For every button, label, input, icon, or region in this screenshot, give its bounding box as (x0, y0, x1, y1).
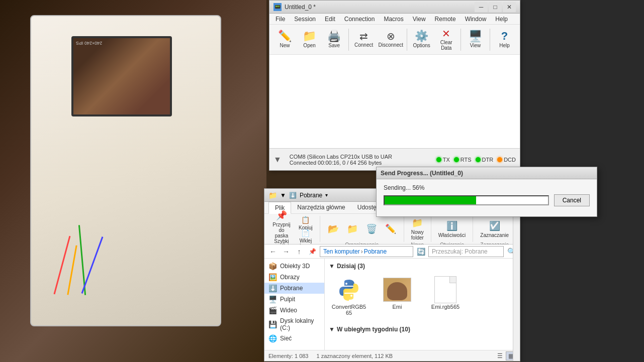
dcd-label: DCD (504, 157, 516, 163)
disconnect-button[interactable]: ⊗ Disconnect (378, 27, 404, 53)
nowe-items: 📁 Nowyfolder (408, 217, 427, 241)
back-button[interactable]: ← (267, 246, 279, 257)
copy-to-icon: 📁 (347, 223, 358, 234)
terminal-titlebar: 📟 Untitled_0 * ─ □ ✕ (269, 1, 520, 14)
menu-view[interactable]: View (409, 15, 430, 24)
svg-point-1 (350, 295, 352, 297)
window-controls: ─ □ ✕ (475, 2, 516, 12)
port-status: COM8 (Silicon Labs CP210x USB to UAR (290, 154, 428, 160)
terminal-content[interactable] (269, 55, 520, 148)
help-button[interactable]: ? Help (493, 27, 516, 53)
tab-narzedzia[interactable]: Narzędzia główne (291, 202, 351, 213)
menu-session[interactable]: Session (290, 15, 320, 24)
file-convertrgb565[interactable]: ConvertRGB565 (329, 274, 369, 318)
tx-indicator: TX (436, 157, 450, 163)
pin-location-icon: 📌 (307, 246, 318, 257)
selected-info: 1 zaznaczony element, 112 KB (317, 353, 393, 359)
nav-item-wideo[interactable]: 🎬 Wideo (264, 305, 324, 316)
nav-label-siec: Sieć (280, 335, 292, 342)
options-button[interactable]: ⚙️ Options (410, 27, 433, 53)
menu-macros[interactable]: Macros (380, 15, 407, 24)
minimize-button[interactable]: ─ (475, 2, 488, 12)
delete-button[interactable]: 🗑️ (362, 217, 381, 241)
connect-button[interactable]: ⇄ Connect (352, 27, 376, 53)
breadcrumb-folder[interactable]: Pobrane (364, 248, 387, 255)
forward-button[interactable]: → (281, 246, 292, 257)
section-last-week[interactable]: ▼ W ubiegłym tygodniu (10) (329, 326, 516, 333)
menu-help[interactable]: Help (491, 15, 512, 24)
explorer-folder-icon2: ⬇️ (289, 192, 297, 199)
files-grid-dzisiaj: ConvertRGB565 Emi (329, 274, 516, 318)
select-all-button[interactable]: ☑️ Zaznaczanie (477, 217, 512, 241)
new-button[interactable]: ✏️ New (273, 27, 296, 53)
rename-button[interactable]: ✏️ (382, 217, 400, 241)
wideo-icon: 🎬 (268, 306, 277, 314)
copy-to-button[interactable]: 📁 (343, 217, 361, 241)
maximize-button[interactable]: □ (489, 2, 502, 12)
scrollbar[interactable] (513, 259, 520, 350)
paste-button[interactable]: 📄 Wklej (296, 230, 316, 242)
toolbar-separator-3 (461, 29, 461, 51)
toolbar-separator-4 (490, 29, 490, 51)
siec-icon: 🌐 (268, 334, 277, 342)
rts-led (454, 157, 459, 162)
refresh-button[interactable]: 🔄 (415, 246, 426, 257)
pin-button[interactable]: 📌 Przypnij do paskaSzybki dostęp (268, 217, 295, 242)
dcd-led (497, 157, 502, 162)
cancel-button[interactable]: Cancel (554, 194, 590, 206)
data-file-icon (431, 276, 459, 304)
nav-item-disk[interactable]: 💾 Dysk lokalny (C:) (264, 316, 324, 333)
menu-window[interactable]: Window (461, 15, 491, 24)
move-button[interactable]: 📂 (324, 217, 342, 241)
open-button[interactable]: 📁 Open (298, 27, 321, 53)
explorer-body: 📦 Obiekty 3D 🖼️ Obrazy ⬇️ Pobrane 🖥️ Pul… (264, 259, 520, 350)
file-emi[interactable]: Emi (377, 274, 417, 318)
nav-item-obrazy[interactable]: 🖼️ Obrazy (264, 272, 324, 283)
nav-label-pobrane: Pobrane (280, 285, 303, 292)
nav-item-siec[interactable]: 🌐 Sieć (264, 333, 324, 344)
save-button[interactable]: 🖨️ Save (323, 27, 345, 53)
file-emi-rgb565[interactable]: Emi.rgb565 (425, 274, 466, 318)
zaznaczanie-items: ☑️ Zaznaczanie (477, 217, 512, 241)
nav-item-3d[interactable]: 📦 Obiekty 3D (264, 261, 324, 272)
copy-icon: 📋 (301, 216, 310, 224)
section-dzisiaj[interactable]: ▼ Dzisiaj (3) (329, 263, 516, 270)
dtr-led (476, 157, 481, 162)
explorer-title: ▼ (280, 192, 286, 199)
menu-connection[interactable]: Connection (340, 15, 379, 24)
properties-button[interactable]: ℹ️ Właściwości (435, 217, 469, 241)
options-icon: ⚙️ (415, 31, 428, 42)
serial-terminal-window: 📟 Untitled_0 * ─ □ ✕ File Session Edit C… (269, 0, 520, 171)
close-button[interactable]: ✕ (503, 2, 516, 12)
connection-status: Connected 00:00:16, 0 / 64 256 bytes (290, 160, 428, 166)
dialog-content: Sending... 56% Cancel (377, 179, 597, 211)
nav-item-pobrane[interactable]: ⬇️ Pobrane (264, 283, 324, 294)
address-input[interactable]: Ten komputer › Pobrane (320, 246, 413, 257)
toolbar: ✏️ New 📁 Open 🖨️ Save ⇄ Connect ⊗ Discon… (269, 25, 520, 55)
ribbon-content: 📌 Przypnij do paskaSzybki dostęp 📋 Kopiu… (264, 214, 520, 244)
dtr-label: DTR (482, 157, 494, 163)
dialog-titlebar: Send Progress... (Untitled_0) (377, 167, 597, 179)
image-file-icon (383, 276, 411, 304)
breadcrumb-computer[interactable]: Ten komputer (323, 248, 360, 255)
new-folder-button[interactable]: 📁 Nowyfolder (408, 217, 427, 241)
up-button[interactable]: ↑ (294, 246, 305, 257)
disconnect-icon: ⊗ (387, 31, 395, 41)
clear-data-button[interactable]: ✕ Clear Data (435, 27, 457, 53)
lcd-display: 240×240 IPS (73, 38, 170, 114)
menu-edit[interactable]: Edit (321, 15, 339, 24)
nav-item-pulpit[interactable]: 🖥️ Pulpit (264, 294, 324, 305)
menu-file[interactable]: File (271, 15, 289, 24)
save-icon: 🖨️ (327, 31, 341, 42)
menu-remote[interactable]: Remote (431, 15, 460, 24)
rts-indicator: RTS (454, 157, 472, 163)
files-area[interactable]: ▼ Dzisiaj (3) (325, 259, 520, 350)
scroll-arrow[interactable]: ▼ (273, 155, 282, 164)
list-view-button[interactable]: ☰ (495, 351, 505, 360)
help-icon: ? (501, 31, 508, 42)
search-box[interactable]: Przeszukaj: Pobrane (428, 246, 504, 257)
sending-label: Sending... 56% (384, 184, 590, 191)
copy-button[interactable]: 📋 Kopiuj (296, 217, 316, 229)
view-button[interactable]: 🖥️ View (464, 27, 487, 53)
delete-icon: 🗑️ (366, 223, 377, 234)
